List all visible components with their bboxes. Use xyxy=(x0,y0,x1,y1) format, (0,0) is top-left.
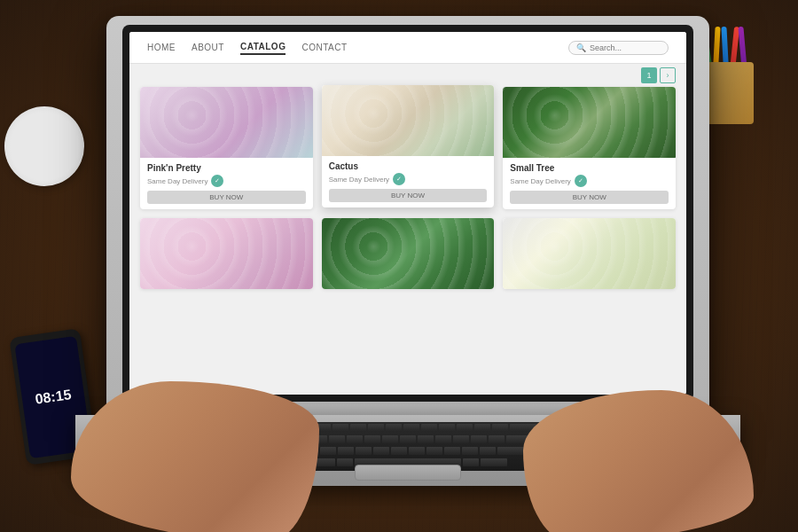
key[interactable] xyxy=(315,424,331,432)
key[interactable] xyxy=(492,424,508,432)
key[interactable] xyxy=(403,424,419,432)
key[interactable] xyxy=(439,424,455,432)
key[interactable] xyxy=(373,447,389,455)
key-backspace[interactable] xyxy=(510,424,536,432)
plate-decoration xyxy=(4,106,84,186)
key-shift-left[interactable] xyxy=(292,447,318,455)
key-enter[interactable] xyxy=(506,435,533,443)
buy-button-cactus[interactable]: BUY NOW xyxy=(329,189,488,202)
key[interactable] xyxy=(368,424,384,432)
product-name-pink-pretty: Pink'n Pretty xyxy=(147,163,306,173)
screen-bezel: HOME ABOUT CATALOG CONTACT 🔍 1 › xyxy=(122,25,693,402)
search-icon: 🔍 xyxy=(576,43,586,52)
laptop-body: HOME ABOUT CATALOG CONTACT 🔍 1 › xyxy=(106,16,709,424)
key-alt[interactable] xyxy=(337,458,353,466)
buy-button-small-tree[interactable]: BUY NOW xyxy=(510,191,669,204)
key[interactable] xyxy=(453,435,469,443)
delivery-badge-pink-pretty: Same Day Delivery ✓ xyxy=(147,175,306,187)
key[interactable] xyxy=(356,447,372,455)
key-tab[interactable] xyxy=(283,435,309,443)
product-info-pink-pretty: Pink'n Pretty Same Day Delivery ✓ BUY NO… xyxy=(140,158,313,209)
product-card-cactus: Cactus Same Day Delivery ✓ BUY NOW xyxy=(322,85,495,207)
key-shift-right[interactable] xyxy=(497,447,524,455)
page-1-button[interactable]: 1 xyxy=(641,67,657,83)
product-image-small-tree xyxy=(503,87,676,158)
keyboard xyxy=(129,422,687,471)
delivery-badge-cactus: Same Day Delivery ✓ xyxy=(329,173,488,185)
delivery-badge-small-tree: Same Day Delivery ✓ xyxy=(510,175,669,187)
key[interactable] xyxy=(364,435,380,443)
key[interactable] xyxy=(462,447,478,455)
key[interactable] xyxy=(471,435,487,443)
product-image-bottom-1 xyxy=(140,218,313,289)
buy-button-pink-pretty[interactable]: BUY NOW xyxy=(147,191,306,204)
nav-item-home[interactable]: HOME xyxy=(147,41,176,54)
nav-item-contact[interactable]: CONTACT xyxy=(301,41,347,54)
key[interactable] xyxy=(409,447,425,455)
key[interactable] xyxy=(311,435,327,443)
key-ctrl-right[interactable] xyxy=(481,458,507,466)
key[interactable] xyxy=(279,424,295,432)
key[interactable] xyxy=(418,435,434,443)
key[interactable] xyxy=(421,424,437,432)
check-icon-pink-pretty: ✓ xyxy=(211,175,223,187)
check-icon-small-tree: ✓ xyxy=(575,175,587,187)
pagination: 1 › xyxy=(129,64,686,87)
keyboard-row-2 xyxy=(129,434,687,445)
next-page-button[interactable]: › xyxy=(660,67,676,83)
nav-bar: HOME ABOUT CATALOG CONTACT 🔍 xyxy=(129,32,686,64)
key[interactable] xyxy=(489,435,505,443)
product-name-small-tree: Small Tree xyxy=(510,163,669,173)
key[interactable] xyxy=(400,435,416,443)
product-card-small-tree: Small Tree Same Day Delivery ✓ BUY NOW xyxy=(503,87,676,209)
key[interactable] xyxy=(480,447,496,455)
product-card-bottom-1 xyxy=(140,218,313,289)
key[interactable] xyxy=(386,424,402,432)
nav-item-catalog[interactable]: CATALOG xyxy=(240,40,286,55)
nav-item-about[interactable]: ABOUT xyxy=(192,41,224,54)
product-name-cactus: Cactus xyxy=(329,161,488,171)
key[interactable] xyxy=(391,447,407,455)
search-input[interactable] xyxy=(590,43,661,52)
key[interactable] xyxy=(426,447,442,455)
product-info-cactus: Cactus Same Day Delivery ✓ BUY NOW xyxy=(322,156,495,207)
product-info-small-tree: Small Tree Same Day Delivery ✓ BUY NOW xyxy=(503,158,676,209)
key[interactable] xyxy=(329,435,345,443)
search-bar[interactable]: 🔍 xyxy=(568,41,669,55)
key[interactable] xyxy=(444,447,460,455)
laptop-keyboard-area xyxy=(75,415,740,486)
website-screen: HOME ABOUT CATALOG CONTACT 🔍 1 › xyxy=(129,32,686,395)
key[interactable] xyxy=(320,447,336,455)
trackpad[interactable] xyxy=(355,465,461,481)
product-image-bottom-2 xyxy=(322,218,495,289)
key[interactable] xyxy=(350,424,366,432)
product-image-pink-pretty xyxy=(140,87,313,158)
key[interactable] xyxy=(338,447,354,455)
key[interactable] xyxy=(435,435,451,443)
product-image-bottom-3 xyxy=(503,218,676,289)
keyboard-row-3 xyxy=(129,445,687,457)
key[interactable] xyxy=(382,435,398,443)
key[interactable] xyxy=(297,424,313,432)
product-card-bottom-3 xyxy=(503,218,676,289)
key-alt-right[interactable] xyxy=(463,458,479,466)
check-icon-cactus: ✓ xyxy=(393,173,405,185)
product-card-bottom-2 xyxy=(322,218,495,289)
key-ctrl[interactable] xyxy=(309,458,335,466)
key[interactable] xyxy=(332,424,348,432)
product-card-pink-pretty: Pink'n Pretty Same Day Delivery ✓ BUY NO… xyxy=(140,87,313,209)
product-grid: Pink'n Pretty Same Day Delivery ✓ BUY NO… xyxy=(129,87,686,298)
key[interactable] xyxy=(347,435,363,443)
keyboard-row-1 xyxy=(129,422,687,434)
key[interactable] xyxy=(474,424,490,432)
phone-time: 08:15 xyxy=(34,387,72,408)
key[interactable] xyxy=(457,424,473,432)
product-image-cactus xyxy=(322,85,495,156)
